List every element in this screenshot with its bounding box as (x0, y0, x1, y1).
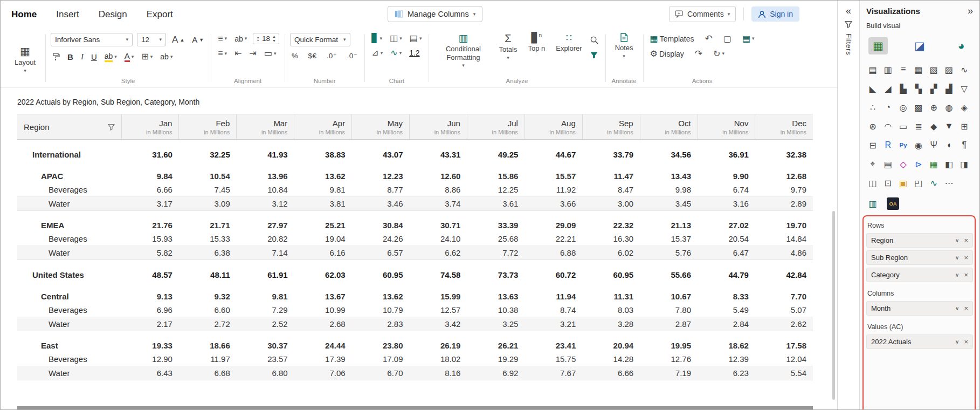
area-chart-icon[interactable]: ◣ (866, 82, 879, 95)
smart-narrative-icon[interactable]: ¶ (958, 139, 971, 152)
r-script-visual-icon[interactable]: R (881, 139, 894, 152)
table-row-beverages[interactable]: Beverages15.9315.3320.8219.0424.2624.102… (17, 232, 813, 246)
matrix-icon[interactable]: ⊟ (866, 139, 879, 152)
table-row-beverages[interactable]: Beverages6.667.4510.849.818.778.8612.251… (17, 183, 813, 197)
sign-in-button[interactable]: Sign in (751, 6, 799, 22)
manage-columns-button[interactable]: Manage Columns ▾ (388, 6, 482, 22)
filled-map-icon[interactable]: ◍ (942, 101, 955, 114)
scatter-chart-icon[interactable]: ∴ (866, 101, 879, 114)
table-row-water[interactable]: Water6.436.686.807.066.708.166.927.676.6… (17, 366, 813, 380)
vertical-scrollbar[interactable] (832, 211, 835, 400)
column-header-oct[interactable]: Octin Millions (640, 114, 698, 140)
custom-visual-analytics-icon[interactable]: ◕ (951, 37, 971, 54)
table-chart-button[interactable]: ▤▾ (408, 33, 424, 44)
card-icon[interactable]: ▭ (897, 120, 910, 133)
conditional-formatting-button[interactable]: ▥ Conditional Formatting ▾ (434, 33, 492, 68)
field-chip-region[interactable]: Region∨× (866, 233, 973, 248)
quick-format-select[interactable]: Quick Format▾ (290, 33, 350, 46)
qa-visual-icon[interactable]: ◖ (942, 139, 955, 152)
line-clustered-column-chart-icon[interactable]: ▚ (912, 82, 925, 95)
percent-format-button[interactable]: % (290, 51, 300, 61)
custom-visual-oa-icon[interactable]: OA (887, 197, 899, 210)
field-chip-sub-region[interactable]: Sub Region∨× (866, 250, 973, 265)
power-automate-icon[interactable]: ⊳ (912, 158, 925, 170)
format-painter-icon[interactable] (51, 52, 61, 62)
font-family-select[interactable]: Inforiver Sans▾ (51, 33, 133, 46)
borders-button[interactable]: ⊞▾ (140, 51, 154, 62)
pie-chart-icon[interactable]: ◔ (881, 101, 894, 114)
remove-field-icon[interactable]: × (964, 304, 968, 312)
remove-field-icon[interactable]: × (964, 338, 968, 346)
expand-pane-icon[interactable]: » (968, 6, 973, 16)
clustered-column-chart-icon[interactable]: ▦ (912, 63, 925, 76)
column-header-jul[interactable]: Julin Millions (467, 114, 524, 140)
metrics-icon[interactable]: ⌖ (866, 158, 879, 170)
custom-visual-c-icon[interactable]: ◫ (866, 176, 879, 189)
column-header-jun[interactable]: Junin Millions (410, 114, 467, 140)
key-influencers-icon[interactable]: ◉ (912, 139, 925, 152)
column-header-dec[interactable]: Decin Millions (755, 114, 813, 140)
chevron-down-icon[interactable]: ∨ (955, 339, 959, 345)
tab-home[interactable]: Home (11, 9, 37, 20)
tab-export[interactable]: Export (147, 9, 173, 20)
table-row-beverages[interactable]: Beverages12.9011.9723.5717.3917.0918.021… (17, 352, 813, 366)
sparkline-button[interactable]: ∿▾ (389, 47, 403, 58)
table-bottom-scroll-bar[interactable] (17, 406, 813, 409)
azure-map-icon[interactable]: ⊛ (866, 120, 879, 133)
chevron-down-icon[interactable]: ∨ (955, 237, 959, 243)
ribbon-chart-icon[interactable]: ▞ (927, 82, 940, 95)
line-stacked-column-chart-icon[interactable]: ▙ (897, 82, 910, 95)
bold-button[interactable]: B (66, 51, 75, 63)
slicer-icon[interactable]: ▼ (942, 120, 955, 133)
merge-cells-button[interactable]: ▭▾ (263, 48, 278, 59)
templates-button[interactable]: ▦Templates (648, 33, 696, 44)
inforiver-matrix-visual-icon[interactable]: ▦ (868, 37, 888, 54)
multi-row-card-icon[interactable]: ≣ (912, 120, 925, 133)
table-row-apac[interactable]: APAC9.8410.5413.9613.6212.2312.6015.8615… (17, 169, 813, 183)
number-format-button[interactable]: 1.2 (408, 47, 421, 58)
decrease-decimal-button[interactable]: .0⁻ (345, 50, 359, 61)
table-row-water[interactable]: Water5.826.387.146.166.576.627.726.886.0… (17, 246, 813, 260)
treemap-icon[interactable]: ▩ (912, 101, 925, 114)
column-header-region[interactable]: Region (17, 114, 121, 140)
filters-pane-label[interactable]: Filters (845, 33, 853, 55)
shape-map-icon[interactable]: ◈ (958, 101, 971, 114)
totals-button[interactable]: Σ Totals ▾ (494, 33, 521, 60)
custom-visual-d-icon[interactable]: ⊡ (881, 176, 894, 189)
100-stacked-column-chart-icon[interactable]: ▨ (942, 63, 955, 76)
remove-field-icon[interactable]: × (964, 271, 968, 279)
field-chip-2022-actuals[interactable]: 2022 Actuals∨× (866, 334, 973, 349)
gauge-icon[interactable]: ◠ (881, 120, 894, 133)
cell-chart-button[interactable]: ⊿▾ (370, 47, 384, 58)
increase-font-size-button[interactable]: A▲ (170, 33, 186, 46)
chevron-down-icon[interactable]: ∨ (955, 255, 959, 261)
table-row-emea[interactable]: EMEA21.7621.7127.9725.2130.8430.7133.392… (17, 218, 813, 232)
highlight-color-button[interactable]: ab▾ (103, 51, 119, 63)
remove-field-icon[interactable]: × (964, 254, 968, 262)
table-row-water[interactable]: Water3.173.093.123.813.463.743.613.663.0… (17, 196, 813, 210)
tab-insert[interactable]: Insert (56, 9, 79, 20)
paginated-report-icon[interactable]: ▤ (881, 158, 894, 170)
remove-field-icon[interactable]: × (964, 236, 968, 244)
funnel-chart-icon[interactable]: ▽ (958, 82, 971, 95)
custom-visual-mini-chart-icon[interactable]: ▥ (866, 197, 879, 210)
custom-visual-e-icon[interactable]: ▣ (897, 176, 910, 189)
column-header-nov[interactable]: Novin Millions (698, 114, 755, 140)
display-button[interactable]: ⚙Display (648, 49, 686, 59)
chevron-down-icon[interactable]: ∨ (955, 305, 959, 311)
column-header-mar[interactable]: Marin Millions (237, 114, 294, 140)
comments-button[interactable]: Comments ▾ (669, 6, 736, 22)
field-chip-month[interactable]: Month∨× (866, 301, 973, 316)
currency-format-button[interactable]: $€ (306, 51, 318, 61)
table-row-beverages[interactable]: Beverages6.966.607.2910.9910.7912.5710.3… (17, 303, 813, 317)
font-color-button[interactable]: A▾ (123, 50, 136, 63)
custom-visual-charts-icon[interactable]: ◪ (910, 37, 929, 54)
notes-button[interactable]: Notes ▾ (611, 33, 638, 59)
column-header-may[interactable]: Mayin Millions (352, 114, 410, 140)
stacked-area-chart-icon[interactable]: ◢ (881, 82, 894, 95)
table-row-united-states[interactable]: United States48.5748.1161.9162.0360.9574… (17, 268, 813, 282)
stacked-column-chart-icon[interactable]: ▥ (881, 63, 894, 76)
chevron-down-icon[interactable]: ∨ (955, 272, 959, 278)
table-row-water[interactable]: Water2.172.722.522.682.833.423.253.213.2… (17, 317, 813, 331)
font-size-select[interactable]: 12▾ (137, 33, 166, 46)
